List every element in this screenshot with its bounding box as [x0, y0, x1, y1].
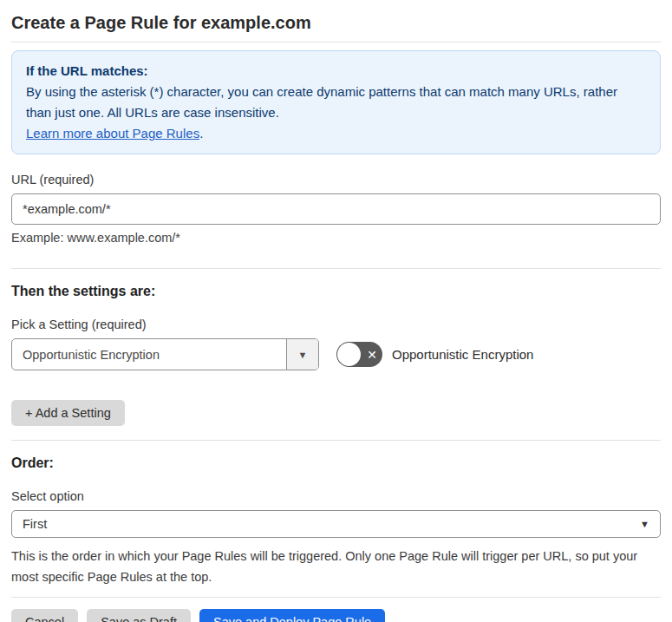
- order-select[interactable]: First ▼: [11, 510, 661, 538]
- opportunistic-encryption-toggle-group: ✕ Opportunistic Encryption: [336, 342, 533, 367]
- footer-divider: [11, 597, 661, 598]
- order-help-text: This is the order in which your Page Rul…: [11, 546, 653, 587]
- order-heading: Order:: [11, 455, 661, 471]
- save-and-deploy-button[interactable]: Save and Deploy Page Rule: [199, 609, 385, 622]
- setting-dropdown-button[interactable]: ▼: [286, 339, 318, 370]
- chevron-down-icon: ▼: [298, 350, 308, 360]
- info-box-body: By using the asterisk (*) character, you…: [26, 82, 646, 123]
- toggle-off-x-icon: ✕: [367, 342, 377, 367]
- info-box-link-line: Learn more about Page Rules.: [26, 123, 646, 144]
- settings-heading: Then the settings are:: [11, 284, 661, 299]
- create-page-rule-form: Create a Page Rule for example.com If th…: [0, 11, 672, 622]
- setting-row: Opportunistic Encryption ▼ ✕ Opportunist…: [11, 338, 661, 370]
- learn-more-link[interactable]: Learn more about Page Rules: [26, 126, 199, 141]
- save-as-draft-button[interactable]: Save as Draft: [87, 609, 191, 622]
- setting-dropdown[interactable]: Opportunistic Encryption ▼: [11, 338, 319, 370]
- opportunistic-encryption-toggle[interactable]: ✕: [336, 342, 382, 367]
- footer-actions: Cancel Save as Draft Save and Deploy Pag…: [11, 609, 661, 622]
- setting-dropdown-value: Opportunistic Encryption: [12, 339, 286, 370]
- link-suffix: .: [199, 126, 203, 141]
- order-select-label: Select option: [11, 489, 661, 503]
- info-box-heading: If the URL matches:: [26, 61, 646, 82]
- url-input[interactable]: [11, 193, 661, 225]
- select-chevron-down-icon: ▼: [640, 519, 649, 529]
- title-divider: [11, 42, 661, 43]
- toggle-label: Opportunistic Encryption: [392, 347, 533, 362]
- add-setting-button[interactable]: + Add a Setting: [11, 400, 125, 426]
- order-select-value: First: [23, 517, 640, 531]
- url-example-helper: Example: www.example.com/*: [11, 231, 661, 245]
- url-matches-info-box: If the URL matches: By using the asteris…: [11, 50, 661, 154]
- order-divider: [11, 440, 661, 441]
- url-field-label: URL (required): [11, 173, 661, 187]
- cancel-button[interactable]: Cancel: [11, 609, 78, 622]
- page-title: Create a Page Rule for example.com: [11, 11, 661, 34]
- pick-setting-label: Pick a Setting (required): [11, 318, 661, 331]
- settings-divider: [11, 268, 661, 269]
- toggle-knob: [337, 343, 361, 366]
